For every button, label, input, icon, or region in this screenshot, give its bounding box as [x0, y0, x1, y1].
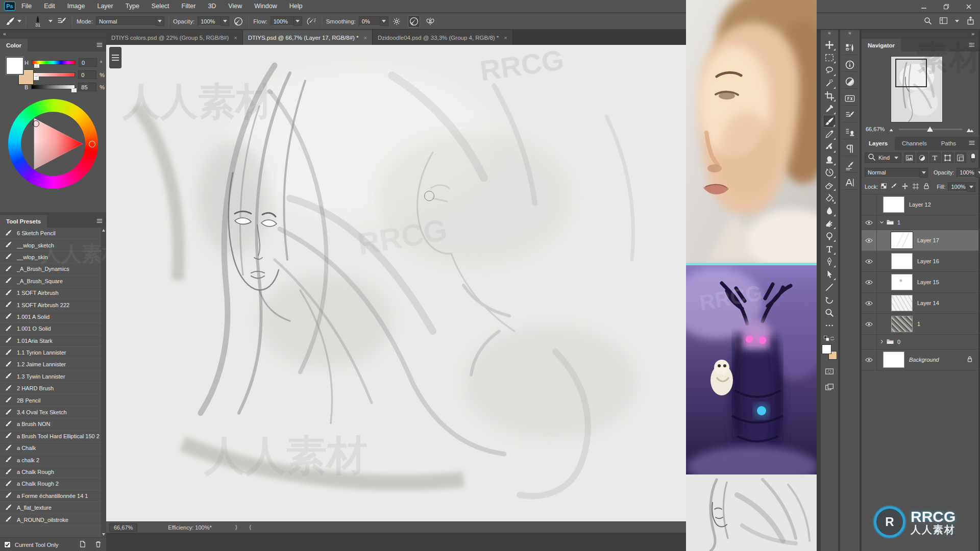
brightness-value[interactable]: 85: [78, 83, 96, 91]
lock-artboard-icon[interactable]: [912, 183, 919, 191]
flow-dropdown[interactable]: 100%: [271, 16, 302, 26]
layer-row[interactable]: Background: [862, 349, 978, 370]
clone-stamp-tool[interactable]: [823, 153, 836, 166]
layer-filter-toggle[interactable]: [971, 153, 975, 162]
layer-group-row[interactable]: 1: [862, 215, 978, 230]
navigator-view-box[interactable]: [895, 59, 927, 87]
document-tab-3[interactable]: Dzidoodle04.psd @ 33,3% (Group 4, RGB/8)…: [373, 30, 513, 45]
tool-preset-item[interactable]: 1.001 A Solid: [0, 311, 101, 323]
menu-image[interactable]: Image: [67, 3, 85, 10]
visibility-empty[interactable]: [862, 335, 877, 349]
brush-picker-arrow[interactable]: [48, 20, 53, 22]
layer-filter-kind-dropdown[interactable]: Kind: [865, 153, 901, 163]
info-panel-icon[interactable]: [843, 58, 857, 72]
document-tab-1[interactable]: DTIYS colors.psd @ 22% (Group 5, RGB/8#)…: [106, 30, 243, 45]
tool-preset-item[interactable]: 2B Pencil: [0, 394, 101, 406]
visibility-empty[interactable]: [862, 194, 877, 215]
status-nav-arrows[interactable]: ⟩ ⟨: [235, 524, 257, 531]
move-tool[interactable]: [823, 38, 836, 51]
toolbar-foreground-swatch[interactable]: [822, 344, 831, 354]
layers-opacity-dropdown[interactable]: 100%: [957, 168, 980, 178]
preset-scrollbar[interactable]: [101, 228, 106, 537]
airbrush-icon[interactable]: [305, 15, 317, 28]
navigator-thumbnail[interactable]: [891, 57, 942, 122]
group-expand-icon[interactable]: [879, 339, 884, 345]
smoothing-dropdown[interactable]: 0%: [359, 16, 388, 26]
menu-3d[interactable]: 3D: [208, 3, 216, 10]
tool-preset-item[interactable]: 1.1 Tyrion Lannister: [0, 347, 101, 359]
navigator-tab[interactable]: Navigator: [862, 39, 901, 52]
tool-preset-item[interactable]: a chalk 2: [0, 454, 101, 466]
tab-layers[interactable]: Layers: [862, 137, 895, 150]
restore-button[interactable]: [935, 0, 958, 13]
zoom-out-mountain-icon[interactable]: [889, 127, 895, 132]
lock-all-icon[interactable]: [923, 183, 930, 191]
history-brush-tool[interactable]: [823, 166, 836, 179]
layer-name[interactable]: Background: [909, 357, 939, 363]
pen-tool[interactable]: [823, 255, 836, 268]
hue-selector-ring[interactable]: [89, 141, 95, 147]
navigator-zoom-value[interactable]: 66,67%: [866, 126, 885, 132]
layer-row[interactable]: Layer 15: [862, 272, 978, 293]
brush-tool[interactable]: [823, 115, 836, 128]
rotate-view-tool[interactable]: [823, 293, 836, 306]
collapsed-panel-toggle[interactable]: [109, 47, 121, 68]
tool-preset-item[interactable]: a Chalk: [0, 442, 101, 454]
symmetry-icon[interactable]: [424, 15, 436, 28]
layer-thumbnail[interactable]: [883, 352, 904, 368]
default-colors-icon[interactable]: [824, 336, 829, 341]
eraser-tool[interactable]: [823, 179, 836, 191]
tool-preset-item[interactable]: 1 SOFT Airbrush 222: [0, 299, 101, 311]
layer-thumbnail[interactable]: [891, 274, 913, 290]
zoom-in-mountain-icon[interactable]: [966, 126, 974, 133]
layer-row[interactable]: Layer 16: [862, 251, 978, 272]
workspace-icon[interactable]: [939, 16, 948, 26]
pencil-tool[interactable]: [823, 128, 836, 140]
tool-presets-tab[interactable]: Tool Presets: [0, 215, 47, 228]
smart-objects-filter-icon[interactable]: [955, 153, 966, 163]
lock-position-icon[interactable]: [901, 183, 909, 191]
swap-colors-icon[interactable]: [829, 336, 835, 341]
canvas[interactable]: [106, 45, 686, 521]
more-tool[interactable]: [823, 319, 836, 332]
tab-paths[interactable]: Paths: [934, 137, 963, 150]
tool-preset-item[interactable]: _A_Brush_Square: [0, 276, 101, 287]
tool-preset-item[interactable]: a Chalk Rough: [0, 466, 101, 478]
foreground-color-swatch[interactable]: [6, 57, 23, 74]
zoom-level-field[interactable]: 66,67%: [109, 523, 137, 532]
layer-group-row[interactable]: 0: [862, 335, 978, 349]
minimize-button[interactable]: [913, 0, 935, 13]
close-button[interactable]: [958, 0, 980, 13]
type-layers-filter-icon[interactable]: [929, 153, 941, 163]
menu-edit[interactable]: Edit: [44, 3, 55, 10]
tool-preset-picker-arrow[interactable]: [17, 20, 21, 22]
tool-preset-item[interactable]: __wlop_skin: [0, 252, 101, 263]
path-select-tool[interactable]: [823, 268, 836, 281]
opacity-dropdown[interactable]: 100%: [198, 16, 229, 26]
trash-icon[interactable]: [94, 540, 102, 549]
paint-bucket-tool[interactable]: [823, 191, 836, 204]
triangle-selector-ring[interactable]: [33, 120, 39, 127]
tool-preset-item[interactable]: __wlop_sketch: [0, 239, 101, 251]
lock-transparent-icon[interactable]: [880, 183, 887, 191]
adjustment-layers-filter-icon[interactable]: [917, 153, 928, 163]
color-wheel[interactable]: [8, 99, 98, 189]
tool-preset-item[interactable]: a Chalk Rough 2: [0, 478, 101, 490]
layer-thumbnail[interactable]: [891, 253, 913, 269]
blur-tool[interactable]: [823, 204, 836, 217]
smudge-tool[interactable]: [823, 217, 836, 230]
tool-preset-item[interactable]: 1.2 Jaime Lannister: [0, 359, 101, 370]
layer-name[interactable]: Layer 15: [917, 279, 939, 285]
eyedropper-tool[interactable]: [823, 102, 836, 115]
line-tool[interactable]: [823, 281, 836, 293]
dodge-tool[interactable]: [823, 230, 836, 242]
menu-window[interactable]: Window: [254, 3, 277, 10]
lasso-tool[interactable]: [823, 64, 836, 77]
visibility-eye-icon[interactable]: [862, 251, 877, 271]
pressure-size-icon[interactable]: [408, 15, 420, 28]
layer-row[interactable]: 1: [862, 314, 978, 335]
tool-preset-item[interactable]: A_ROUND_oilstroke: [0, 514, 101, 525]
lock-pixels-icon[interactable]: [891, 183, 898, 191]
menu-file[interactable]: File: [21, 3, 32, 10]
brightness-slider[interactable]: [31, 85, 75, 89]
